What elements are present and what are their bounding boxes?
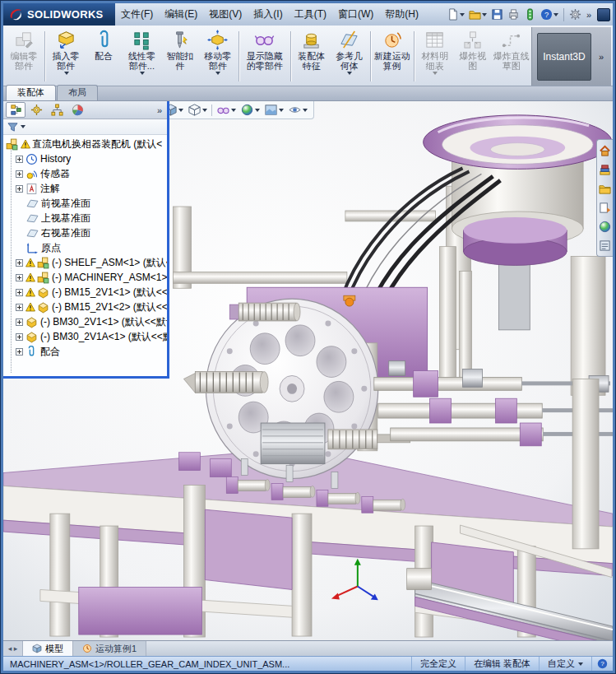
tree-item-machinery-asm[interactable]: (-) MACHINERY_ASM<1> (默 <box>3 270 167 285</box>
button-label: 智能扣件 <box>163 51 197 72</box>
tree-item-label: 注解 <box>40 182 60 196</box>
rebuild-button[interactable] <box>522 6 538 24</box>
assembly-features-icon <box>301 30 322 50</box>
expand-icon[interactable] <box>16 170 23 178</box>
instant3d-toggle[interactable]: Instant3D <box>537 33 591 81</box>
status-help-button[interactable]: ? <box>591 657 613 671</box>
tab-layout[interactable]: 布局 <box>57 85 98 100</box>
tree-item-label: (-) BM30_2V1<1> (默认<<默认 <box>40 315 167 329</box>
expand-icon[interactable] <box>16 348 23 356</box>
dropdown-arrow-icon <box>553 13 558 16</box>
move-component-button[interactable]: 移动零部件 <box>199 27 237 86</box>
menu-tools[interactable]: 工具(T) <box>289 3 332 26</box>
menu-window[interactable]: 窗口(W) <box>332 3 379 26</box>
tab-scroll-buttons[interactable]: ◂ ▸ <box>3 641 23 656</box>
button-label: 装配体特征 <box>294 51 329 72</box>
appearances-sphere-icon <box>599 221 611 233</box>
linear-component-pattern-button[interactable]: 线性零部件... <box>123 27 161 86</box>
expand-icon[interactable] <box>16 156 23 163</box>
tree-item-front-plane[interactable]: 前视基准面 <box>3 196 167 211</box>
mate-button[interactable]: 配合 <box>85 27 123 86</box>
warning-icon <box>21 139 30 149</box>
tab-assembly[interactable]: 装配体 <box>6 85 56 100</box>
tree-item-root-assembly[interactable]: 直流电机换相器装配机 (默认< <box>3 137 167 151</box>
tree-item-sensors[interactable]: 传感器 <box>3 166 167 181</box>
show-hidden-components-button[interactable]: 显示隐藏的零部件 <box>241 27 289 86</box>
status-bar: MACHINERY_ASM<1>/ROLLER_GEAR_CAM_INDEX_U… <box>3 656 613 671</box>
dropdown-arrow-icon[interactable] <box>21 125 25 128</box>
reference-geometry-button[interactable]: 参考几何体 <box>331 27 368 86</box>
propertymanager-tab[interactable] <box>26 102 46 118</box>
expand-icon[interactable] <box>16 259 23 267</box>
menu-help[interactable]: 帮助(H) <box>379 3 424 26</box>
toolbar-overflow-chevron[interactable]: » <box>584 10 594 20</box>
custom-properties-tab[interactable] <box>598 236 613 254</box>
tree-item-annotations[interactable]: 注解 <box>3 181 167 196</box>
expand-icon[interactable] <box>16 304 23 311</box>
window-menu-icon[interactable] <box>597 8 610 21</box>
dropdown-arrow-icon <box>64 72 69 75</box>
toolbar-separator <box>44 31 45 81</box>
edit-appearance-button[interactable] <box>239 102 262 118</box>
configurationmanager-tab[interactable] <box>47 102 67 118</box>
button-label: 参考几何体 <box>332 51 367 72</box>
file-explorer-tab[interactable] <box>598 179 613 198</box>
save-button[interactable] <box>489 6 505 24</box>
design-library-tab[interactable] <box>598 160 613 179</box>
tree-item-label: (-) BM30_2V1A<1> (默认<<默认 <box>40 330 167 344</box>
mates-paperclip-icon <box>25 346 38 358</box>
tree-item-history[interactable]: History <box>3 151 167 166</box>
new-motion-study-button[interactable]: 新建运动算例 <box>373 27 412 86</box>
menu-insert[interactable]: 插入(I) <box>248 3 288 26</box>
menu-file[interactable]: 文件(F) <box>115 3 159 26</box>
model-tab[interactable]: 模型 <box>23 641 73 656</box>
apply-scene-button[interactable] <box>262 102 285 118</box>
expand-icon[interactable] <box>16 289 23 296</box>
new-document-button[interactable] <box>445 6 466 24</box>
smart-fasteners-button[interactable]: 智能扣件 <box>161 27 199 86</box>
expand-icon[interactable] <box>16 185 23 193</box>
print-button[interactable] <box>506 6 521 24</box>
dropdown-arrow-icon <box>231 109 236 112</box>
toolbar-separator <box>239 31 239 81</box>
tree-item-mates[interactable]: 配合 <box>3 344 167 359</box>
filter-funnel-icon[interactable] <box>7 122 18 132</box>
view-palette-tab[interactable] <box>598 198 613 216</box>
expand-icon[interactable] <box>16 318 23 326</box>
toolbar-separator <box>290 31 291 81</box>
featuremanager-tab[interactable] <box>6 102 25 118</box>
open-button[interactable] <box>467 6 489 24</box>
status-editing-assembly: 在编辑 装配体 <box>465 657 539 671</box>
tree-item-bm30-1a[interactable]: (-) BM30_2V1A<1> (默认<<默认 <box>3 329 167 344</box>
menu-view[interactable]: 视图(V) <box>203 3 248 26</box>
help-button[interactable]: ? <box>539 6 560 24</box>
configuration-icon <box>51 104 63 116</box>
tree-item-top-plane[interactable]: 上视基准面 <box>3 211 167 225</box>
view-settings-button[interactable] <box>286 102 309 118</box>
assembly-features-button[interactable]: 装配体特征 <box>293 27 331 86</box>
dropdown-arrow-icon <box>433 72 438 75</box>
reference-geometry-icon <box>339 30 359 50</box>
expand-icon[interactable] <box>16 274 23 281</box>
panel-tabs-overflow-chevron[interactable]: » <box>155 105 164 115</box>
resources-home-tab[interactable] <box>598 142 613 160</box>
tree-item-shelf-asm[interactable]: (-) SHELF_ASM<1> (默认<<默 <box>3 255 167 270</box>
tree-item-bm15-2[interactable]: (-) BM15_2V1<2> (默认<<默 <box>3 300 167 314</box>
hide-show-items-button[interactable] <box>215 102 238 118</box>
button-label: 显示隐藏的零部件 <box>243 51 287 72</box>
tree-item-origin[interactable]: 原点 <box>3 240 167 255</box>
insert-component-button[interactable]: 插入零部件 <box>47 27 85 86</box>
tree-item-bm15-1[interactable]: (-) BM15_2V1<1> (默认<<默 <box>3 285 167 300</box>
tree-item-bm30-1[interactable]: (-) BM30_2V1<1> (默认<<默认 <box>3 314 167 329</box>
part-icon <box>37 301 49 314</box>
expand-icon[interactable] <box>16 333 23 341</box>
menu-edit[interactable]: 编辑(E) <box>159 3 203 26</box>
options-button[interactable] <box>567 6 583 24</box>
motion-study-tab[interactable]: 运动算例1 <box>73 641 146 656</box>
command-manager-overflow-chevron[interactable]: » <box>596 52 606 62</box>
appearances-tab[interactable] <box>598 217 613 235</box>
status-custom-dropdown[interactable]: 自定义 <box>539 657 591 671</box>
displaymanager-tab[interactable] <box>67 102 87 118</box>
tree-item-right-plane[interactable]: 右视基准面 <box>3 225 167 240</box>
display-style-button[interactable] <box>186 102 209 118</box>
